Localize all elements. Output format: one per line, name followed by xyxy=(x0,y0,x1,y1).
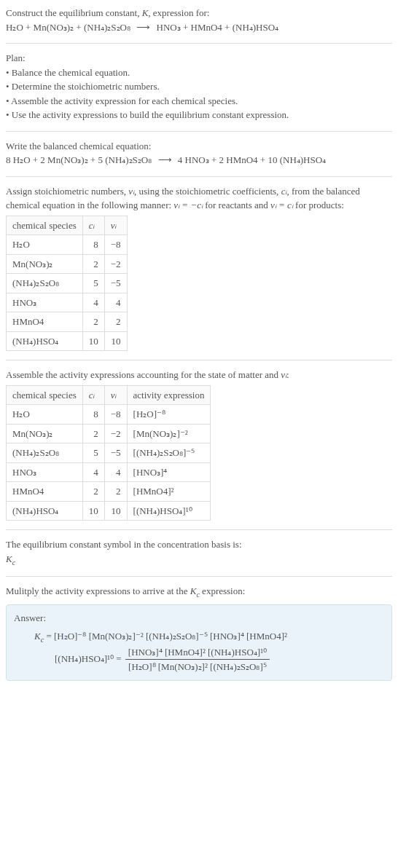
col-species: chemical species xyxy=(7,385,83,405)
symbol-heading: The equilibrium constant symbol in the c… xyxy=(6,537,392,552)
cell: HMnO4 xyxy=(7,482,83,502)
equation-rhs: HNO₃ + HMnO4 + (NH₄)HSO₄ xyxy=(157,22,279,33)
multiply-section: Mulitply the activity expressions to arr… xyxy=(6,584,392,681)
intro-line1: Construct the equilibrium constant, K, e… xyxy=(6,6,392,20)
cell: 4 xyxy=(82,293,104,312)
cell: (NH₄)HSO₄ xyxy=(7,501,83,521)
cell: 4 xyxy=(104,293,127,312)
nu-symbol: νᵢ xyxy=(128,186,134,197)
answer-line2: [(NH₄)HSO₄]¹⁰ = [HNO₃]⁴ [HMnO4]² [(NH₄)H… xyxy=(14,645,384,674)
intro-text2: , expression for: xyxy=(148,7,209,18)
plan-item: Determine the stoichiometric numbers. xyxy=(6,79,392,94)
answer-line1: Kc = [H₂O]⁻⁸ [Mn(NO₃)₂]⁻² [(NH₄)₂S₂O₈]⁻⁵… xyxy=(14,629,384,645)
text: expression: xyxy=(200,585,245,596)
table-header-row: chemical species cᵢ νᵢ activity expressi… xyxy=(7,385,211,405)
col-activity: activity expression xyxy=(127,385,211,405)
col-ci: cᵢ xyxy=(82,385,104,405)
fraction-denominator: [H₂O]⁸ [Mn(NO₃)₂]² [(NH₄)₂S₂O₈]⁵ xyxy=(125,660,270,674)
cell: Mn(NO₃)₂ xyxy=(7,254,83,274)
intro-text: Construct the equilibrium constant, xyxy=(6,7,142,18)
text: Assemble the activity expressions accoun… xyxy=(6,369,281,380)
plan-item: Use the activity expressions to build th… xyxy=(6,108,392,122)
table-row: HNO₃44[HNO₃]⁴ xyxy=(7,462,211,482)
eq2: νᵢ = cᵢ xyxy=(270,200,293,210)
col-nui: νᵢ xyxy=(104,216,127,235)
table-row: Mn(NO₃)₂2−2 xyxy=(7,254,128,274)
answer-box: Answer: Kc = [H₂O]⁻⁸ [Mn(NO₃)₂]⁻² [(NH₄)… xyxy=(6,604,392,681)
col-species: chemical species xyxy=(7,216,83,235)
activity-table: chemical species cᵢ νᵢ activity expressi… xyxy=(6,385,211,521)
table-row: H₂O8−8[H₂O]⁻⁸ xyxy=(7,405,211,425)
table-row: HMnO422[HMnO4]² xyxy=(7,482,211,502)
table-row: (NH₄)₂S₂O₈5−5[(NH₄)₂S₂O₈]⁻⁵ xyxy=(7,443,211,463)
cell: −8 xyxy=(104,235,127,255)
symbol-section: The equilibrium constant symbol in the c… xyxy=(6,537,392,567)
stoichiometry-table: chemical species cᵢ νᵢ H₂O8−8 Mn(NO₃)₂2−… xyxy=(6,216,128,352)
cell: 10 xyxy=(104,501,127,521)
cell: 10 xyxy=(82,501,104,521)
cell: HNO₃ xyxy=(7,462,83,482)
cell: 5 xyxy=(82,274,104,293)
cell: [(NH₄)₂S₂O₈]⁻⁵ xyxy=(127,443,211,463)
cell: Mn(NO₃)₂ xyxy=(7,424,83,443)
balanced-equation: 8 H₂O + 2 Mn(NO₃)₂ + 5 (NH₄)₂S₂O₈ ⟶ 4 HN… xyxy=(6,153,392,167)
divider xyxy=(6,529,392,530)
divider xyxy=(6,131,392,132)
cell: −2 xyxy=(104,254,127,274)
cell: [H₂O]⁻⁸ xyxy=(127,405,211,425)
text: for reactants and xyxy=(203,200,270,210)
activity-heading: Assemble the activity expressions accoun… xyxy=(6,368,392,382)
cell: 5 xyxy=(82,443,104,463)
text: , using the stoichiometric coefficients, xyxy=(134,186,281,197)
eq1: νᵢ = −cᵢ xyxy=(173,200,203,210)
cell: 10 xyxy=(104,331,127,351)
divider xyxy=(6,176,392,177)
cell: 4 xyxy=(82,462,104,482)
kc-symbol: Kc xyxy=(6,552,392,568)
cell: HNO₃ xyxy=(7,293,83,312)
table-row: Mn(NO₃)₂2−2[Mn(NO₃)₂]⁻² xyxy=(7,424,211,443)
arrow-icon: ⟶ xyxy=(155,154,176,165)
cell: −5 xyxy=(104,274,127,293)
cell: (NH₄)₂S₂O₈ xyxy=(7,443,83,463)
cell: 2 xyxy=(82,312,104,332)
table-row: HNO₃44 xyxy=(7,293,128,312)
intro-section: Construct the equilibrium constant, K, e… xyxy=(6,6,392,34)
cell: −8 xyxy=(104,405,127,425)
cell: 2 xyxy=(82,424,104,443)
intro-equation: H₂O + Mn(NO₃)₂ + (NH₄)₂S₂O₈ ⟶ HNO₃ + HMn… xyxy=(6,20,392,35)
cell: 10 xyxy=(82,331,104,351)
multiply-heading: Mulitply the activity expressions to arr… xyxy=(6,584,392,600)
text: for products: xyxy=(293,200,344,210)
assign-text: Assign stoichiometric numbers, νᵢ, using… xyxy=(6,184,392,213)
cell: 2 xyxy=(82,482,104,502)
balanced-lhs: 8 H₂O + 2 Mn(NO₃)₂ + 5 (NH₄)₂S₂O₈ xyxy=(6,154,152,165)
divider xyxy=(6,43,392,44)
answer-label: Answer: xyxy=(14,611,384,626)
cell: 2 xyxy=(104,482,127,502)
col-nui: νᵢ xyxy=(104,385,127,405)
cell: [Mn(NO₃)₂]⁻² xyxy=(127,424,211,443)
assign-section: Assign stoichiometric numbers, νᵢ, using… xyxy=(6,184,392,352)
cell: H₂O xyxy=(7,235,83,255)
cell: 2 xyxy=(104,312,127,332)
cell: [HNO₃]⁴ xyxy=(127,462,211,482)
equation-lhs: H₂O + Mn(NO₃)₂ + (NH₄)₂S₂O₈ xyxy=(6,22,130,33)
table-row: HMnO422 xyxy=(7,312,128,332)
text: Mulitply the activity expressions to arr… xyxy=(6,585,190,596)
answer-left: [(NH₄)HSO₄]¹⁰ = xyxy=(55,653,124,664)
cell: 8 xyxy=(82,405,104,425)
cell: −2 xyxy=(104,424,127,443)
table-row: (NH₄)HSO₄1010[(NH₄)HSO₄]¹⁰ xyxy=(7,501,211,521)
cell: 4 xyxy=(104,462,127,482)
plan-list: Balance the chemical equation. Determine… xyxy=(6,66,392,122)
cell: 2 xyxy=(82,254,104,274)
cell: [HMnO4]² xyxy=(127,482,211,502)
plan-item: Assemble the activity expression for eac… xyxy=(6,94,392,108)
table-row: H₂O8−8 xyxy=(7,235,128,255)
cell: [(NH₄)HSO₄]¹⁰ xyxy=(127,501,211,521)
divider xyxy=(6,576,392,577)
cell: (NH₄)₂S₂O₈ xyxy=(7,274,83,293)
activity-section: Assemble the activity expressions accoun… xyxy=(6,368,392,521)
table-row: (NH₄)HSO₄1010 xyxy=(7,331,128,351)
